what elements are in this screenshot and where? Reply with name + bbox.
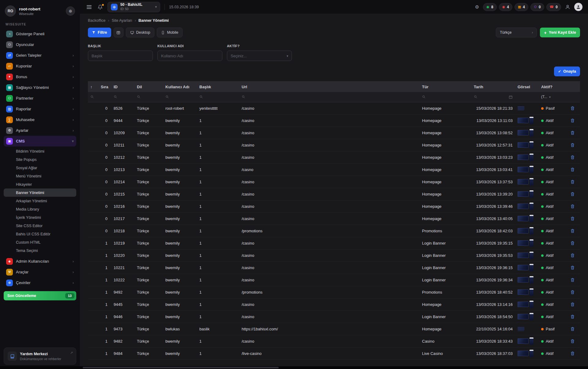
columns-button[interactable] (114, 28, 123, 37)
table-row[interactable]: 110221Türkçebwemily1/casinoLogin Banner1… (88, 261, 580, 274)
user-avatar[interactable]: RO (5, 6, 16, 17)
table-row[interactable]: 010215Türkçebwemily1/casinoHomepage13/03… (88, 188, 580, 200)
delete-button[interactable] (569, 191, 576, 197)
sidebar-subitem-sosyal-a-lar[interactable]: Sosyal Ağlar (4, 164, 76, 172)
table-row[interactable]: 110222Türkçebwemily1/casinoLogin Banner1… (88, 274, 580, 286)
delete-button[interactable] (569, 350, 576, 357)
col-header-tarih[interactable]: Tarih (471, 82, 515, 92)
banner-thumbnail-desktop[interactable] (518, 351, 529, 356)
search-icon[interactable] (90, 95, 94, 99)
desktop-button[interactable]: Desktop (126, 28, 155, 37)
banner-thumbnail-desktop[interactable] (518, 338, 529, 344)
banner-thumbnail-mobile[interactable] (530, 313, 533, 320)
banner-thumbnail-mobile[interactable] (530, 264, 533, 271)
col-header-kullanici[interactable]: Kullanıcı Adı (163, 82, 197, 92)
delete-button[interactable] (569, 215, 576, 222)
table-row[interactable]: 010212Türkçebwemily1/casinoHomepage13/03… (88, 151, 580, 163)
sidebar-item-dashboard[interactable]: ◔Gösterge Paneli (4, 29, 76, 39)
banner-thumbnail[interactable] (518, 106, 524, 110)
sidebar-subitem-hikayeler[interactable]: Hikayeler (4, 180, 76, 188)
table-row[interactable]: 010218Türkçebwemily1/promotionsPromotion… (88, 225, 580, 237)
table-row[interactable]: 08526Türkçeroot-robertyenitesttttt/casin… (88, 102, 580, 114)
banner-thumbnail-mobile[interactable] (530, 288, 533, 296)
bell-icon[interactable] (97, 4, 103, 10)
search-icon[interactable] (474, 95, 477, 99)
sidebar-subitem-site-css-editor[interactable]: Site CSS Editor (4, 222, 76, 230)
sidebar-item-admin-users[interactable]: ◈Admin Kullanıcıları› (4, 256, 76, 267)
banner-thumbnail-desktop[interactable] (518, 216, 529, 221)
search-icon[interactable] (114, 95, 117, 99)
banner-thumbnail-mobile[interactable] (530, 117, 533, 124)
calendar-icon[interactable] (509, 95, 513, 99)
sidebar-subitem-custom-html[interactable]: Custom HTML (4, 238, 76, 246)
delete-button[interactable] (569, 154, 576, 161)
table-row[interactable]: 010214Türkçebwemily1/casinoHomepage13/03… (88, 176, 580, 188)
banner-thumbnail-mobile[interactable] (530, 350, 533, 357)
sidebar-item-partners[interactable]: ⚇Partnerler› (4, 93, 76, 104)
delete-button[interactable] (569, 142, 576, 148)
table-row[interactable]: 19492Türkçebwemily1/promotionsPromotions… (88, 286, 580, 298)
col-header-gorsel[interactable]: Görsel (515, 82, 539, 92)
banner-thumbnail-desktop[interactable] (518, 130, 529, 135)
badge-orange-status[interactable]: ▦4 (514, 3, 528, 11)
banner-thumbnail-desktop[interactable] (518, 167, 529, 172)
sidebar-subitem-arkaplan-y-netimi[interactable]: Arkaplan Yönetimi (4, 197, 76, 205)
mobile-button[interactable]: Mobile (157, 28, 183, 37)
delete-button[interactable] (569, 338, 576, 344)
banner-thumbnail-desktop[interactable] (518, 154, 529, 160)
delete-button[interactable] (569, 264, 576, 271)
banner-thumbnail-mobile[interactable] (530, 239, 533, 247)
help-card[interactable]: Yardım Merkezi Dokümantasyon ve rehberle… (4, 348, 76, 365)
baslik-filter-input[interactable] (88, 51, 153, 61)
sidebar-item-tools[interactable]: ⚒Araçlar› (4, 267, 76, 277)
table-row[interactable]: 010216Türkçebwemily1/casinoHomepage13/03… (88, 200, 580, 212)
sidebar-item-coupons[interactable]: ▱Kuponlar› (4, 61, 76, 71)
delete-button[interactable] (569, 301, 576, 308)
user-outline-icon[interactable] (564, 4, 571, 10)
banner-thumbnail-mobile[interactable] (530, 154, 533, 161)
banner-thumbnail-mobile[interactable] (530, 203, 533, 210)
col-header-tur[interactable]: Tür (420, 82, 471, 92)
breadcrumb-item-backoffice[interactable]: Backoffice (88, 18, 105, 23)
sidebar-item-cms[interactable]: ▣CMS▾ (4, 136, 76, 146)
profile-avatar[interactable] (574, 3, 582, 11)
table-row[interactable]: 09444Türkçebwemily1/casinoHomepage13/03/… (88, 114, 580, 127)
banner-thumbnail-mobile[interactable] (530, 215, 533, 222)
sidebar-subitem-site-popups[interactable]: Site Popups (4, 155, 76, 164)
delete-button[interactable] (569, 178, 576, 185)
sidebar-item-bonus[interactable]: ✦Bonus› (4, 71, 76, 82)
table-row[interactable]: 010213Türkçebwemily1/casnoHomepage13/03/… (88, 163, 580, 176)
col-header-id[interactable]: ID (111, 82, 134, 92)
banner-thumbnail-desktop[interactable] (518, 191, 529, 197)
delete-button[interactable] (569, 289, 576, 295)
col-header-dil[interactable]: Dil (134, 82, 163, 92)
banner-thumbnail-mobile[interactable] (530, 252, 533, 259)
banner-thumbnail-desktop[interactable] (518, 118, 529, 123)
banner-thumbnail-desktop[interactable] (518, 204, 529, 209)
banner-thumbnail-mobile[interactable] (530, 166, 533, 173)
banner-thumbnail-desktop[interactable] (518, 228, 529, 234)
delete-button[interactable] (569, 313, 576, 320)
table-row[interactable]: 19482Türkçebwemily1/casinoCasino13/03/20… (88, 335, 580, 347)
banner-thumbnail-mobile[interactable] (530, 141, 533, 149)
banner-thumbnail[interactable] (518, 327, 524, 331)
banner-thumbnail-desktop[interactable] (518, 302, 529, 307)
banner-thumbnail-desktop[interactable] (518, 179, 529, 184)
table-row[interactable]: 19473Türkçebwlukasbaslikhttps://1bahisxl… (88, 323, 580, 335)
delete-button[interactable] (569, 325, 576, 332)
gear-icon[interactable]: ⚙ (474, 4, 480, 10)
banner-thumbnail-mobile[interactable] (530, 301, 533, 308)
last-update-banner[interactable]: Son Güncelleme 13 (4, 291, 76, 300)
table-row[interactable]: 010209Türkçebwemily1/casinoHomepage13/03… (88, 127, 580, 139)
delete-button[interactable] (569, 105, 576, 112)
table-row[interactable]: 110220Türkçebwemily1/casinoLogin Banner1… (88, 249, 580, 261)
sidebar-item-providers[interactable]: ▦Sağlayıcı Yönetimi› (4, 82, 76, 93)
site-selector[interactable]: ⊕ 50 - BahisXL ID: 50 ▾ (107, 2, 160, 12)
table-row[interactable]: 110219Türkçebwemily1/casinoLogin Banner1… (88, 237, 580, 249)
badge-purple-status[interactable]: ⚇0 (530, 3, 544, 11)
badge-red-status[interactable]: ◉4 (499, 3, 512, 11)
banner-thumbnail-desktop[interactable] (518, 314, 529, 319)
table-row[interactable]: 010211Türkçebwemily1/casinoHomepage13/03… (88, 139, 580, 151)
search-icon[interactable] (422, 95, 426, 99)
delete-button[interactable] (569, 252, 576, 259)
